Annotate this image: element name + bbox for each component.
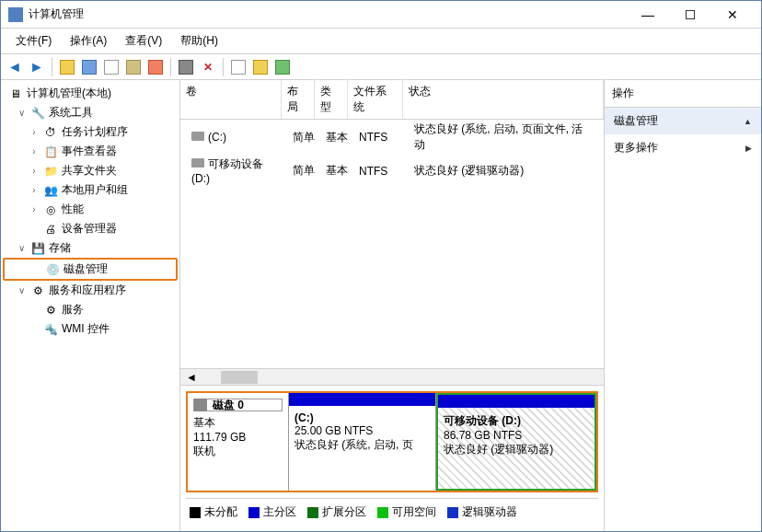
toolbar-icon-5[interactable] — [145, 57, 166, 77]
close-button[interactable]: ✕ — [711, 2, 754, 28]
toolbar-delete-icon[interactable]: ✕ — [198, 57, 218, 77]
legend: 未分配 主分区 扩展分区 可用空间 逻辑驱动器 — [186, 498, 598, 526]
users-icon: 👥 — [43, 183, 58, 198]
toolbar: ◄ ► ✕ — [1, 54, 761, 80]
expander-icon[interactable]: › — [29, 146, 40, 156]
menu-file[interactable]: 文件(F) — [6, 30, 61, 52]
tree-disk-management[interactable]: 💿磁盘管理 — [3, 258, 178, 281]
volume-list-header: 卷 布局 类型 文件系统 状态 — [180, 80, 604, 120]
toolbar-icon-2[interactable] — [79, 57, 99, 77]
computer-icon: 🖥 — [8, 87, 23, 101]
back-button[interactable]: ◄ — [5, 57, 25, 77]
disk-info[interactable]: 磁盘 0 基本 111.79 GB 联机 — [188, 393, 289, 491]
wrench-icon: 🔧 — [30, 106, 45, 121]
app-icon — [8, 7, 23, 22]
partition-header-bar — [438, 395, 595, 408]
gear-icon: ⚙ — [43, 303, 58, 318]
menu-help[interactable]: 帮助(H) — [171, 30, 227, 52]
legend-logical: 逻辑驱动器 — [447, 504, 517, 520]
expander-icon[interactable]: ∨ — [16, 108, 27, 118]
expander-icon[interactable]: › — [29, 204, 40, 214]
tree-event-viewer[interactable]: ›📋事件查看器 — [3, 142, 178, 161]
storage-icon: 💾 — [30, 241, 45, 256]
tree-panel: 🖥计算机管理(本地) ∨🔧系统工具 ›⏱任务计划程序 ›📋事件查看器 ›📁共享文… — [1, 80, 180, 531]
legend-free: 可用空间 — [377, 504, 436, 520]
toolbar-icon-9[interactable] — [272, 57, 293, 77]
tree-storage[interactable]: ∨💾存储 — [3, 238, 178, 258]
minimize-button[interactable]: — — [627, 2, 669, 28]
partition-header-bar — [289, 393, 435, 406]
device-icon: 🖨 — [43, 222, 58, 237]
clock-icon: ⏱ — [43, 125, 58, 140]
expander-icon[interactable]: › — [29, 127, 40, 137]
expander-icon[interactable]: ∨ — [16, 285, 27, 295]
tree-root[interactable]: 🖥计算机管理(本地) — [3, 84, 178, 103]
col-type[interactable]: 类型 — [315, 80, 348, 119]
menubar: 文件(F) 操作(A) 查看(V) 帮助(H) — [1, 29, 761, 54]
tree-services-apps[interactable]: ∨⚙服务和应用程序 — [3, 281, 178, 300]
partition-d[interactable]: 可移动设备 (D:) 86.78 GB NTFS 状态良好 (逻辑驱动器) — [436, 393, 596, 491]
expander-icon[interactable]: › — [29, 166, 40, 176]
toolbar-icon-7[interactable] — [228, 57, 248, 77]
action-disk-management[interactable]: 磁盘管理 ▲ — [605, 108, 761, 134]
actions-header: 操作 — [605, 80, 761, 108]
tree-device-manager[interactable]: 🖨设备管理器 — [3, 219, 178, 238]
volume-list: (C:) 简单 基本 NTFS 状态良好 (系统, 启动, 页面文件, 活动 可… — [180, 120, 604, 187]
toolbar-icon-3[interactable] — [101, 57, 121, 77]
tree-system-tools[interactable]: ∨🔧系统工具 — [3, 103, 178, 122]
col-layout[interactable]: 布局 — [282, 80, 315, 119]
menu-view[interactable]: 查看(V) — [116, 30, 171, 52]
volume-row[interactable]: (C:) 简单 基本 NTFS 状态良好 (系统, 启动, 页面文件, 活动 — [180, 120, 604, 155]
col-volume[interactable]: 卷 — [180, 80, 282, 119]
menu-action[interactable]: 操作(A) — [61, 30, 116, 52]
legend-unallocated: 未分配 — [190, 504, 237, 520]
tree-shared-folders[interactable]: ›📁共享文件夹 — [3, 161, 178, 180]
tree-performance[interactable]: ›◎性能 — [3, 200, 178, 219]
disk-row: 磁盘 0 基本 111.79 GB 联机 (C:) 25.00 GB NTFS … — [186, 391, 598, 492]
maximize-button[interactable] — [669, 2, 711, 28]
toolbar-icon-4[interactable] — [123, 57, 144, 77]
expander-icon[interactable]: › — [29, 185, 40, 195]
col-status[interactable]: 状态 — [403, 80, 604, 119]
folder-icon: 📁 — [43, 164, 58, 179]
center-panel: 卷 布局 类型 文件系统 状态 (C:) 简单 基本 NTFS 状态良好 (系统… — [180, 80, 605, 531]
services-icon: ⚙ — [30, 283, 45, 298]
disk-icon: 💿 — [45, 262, 60, 277]
expander-icon[interactable]: ∨ — [16, 243, 27, 253]
app-window: 计算机管理 — ✕ 文件(F) 操作(A) 查看(V) 帮助(H) ◄ ► ✕ … — [0, 0, 762, 532]
col-filesystem[interactable]: 文件系统 — [348, 80, 403, 119]
actions-panel: 操作 磁盘管理 ▲ 更多操作 ▶ — [605, 80, 761, 531]
tree-local-users[interactable]: ›👥本地用户和组 — [3, 180, 178, 200]
forward-button[interactable]: ► — [27, 57, 47, 77]
legend-primary: 主分区 — [248, 504, 296, 520]
title-text: 计算机管理 — [29, 6, 627, 22]
tree-services[interactable]: ⚙服务 — [3, 300, 178, 319]
horizontal-scrollbar[interactable]: ◄ — [180, 368, 604, 385]
toolbar-icon-8[interactable] — [250, 57, 271, 77]
titlebar: 计算机管理 — ✕ — [1, 1, 761, 29]
tree-wmi[interactable]: 🔩WMI 控件 — [3, 319, 178, 339]
action-more[interactable]: 更多操作 ▶ — [605, 134, 761, 161]
toolbar-icon-1[interactable] — [57, 57, 77, 77]
wmi-icon: 🔩 — [43, 322, 58, 337]
perf-icon: ◎ — [43, 202, 58, 217]
partition-c[interactable]: (C:) 25.00 GB NTFS 状态良好 (系统, 启动, 页 — [289, 393, 436, 491]
toolbar-icon-6[interactable] — [176, 57, 196, 77]
collapse-icon: ▲ — [744, 117, 752, 126]
legend-extended: 扩展分区 — [307, 504, 366, 520]
submenu-icon: ▶ — [745, 144, 752, 153]
drive-icon — [191, 132, 204, 141]
volume-list-spacer — [180, 187, 604, 368]
event-icon: 📋 — [43, 145, 58, 159]
drive-icon — [191, 158, 204, 168]
disk-icon — [194, 399, 207, 411]
disk-graphic-panel: 磁盘 0 基本 111.79 GB 联机 (C:) 25.00 GB NTFS … — [180, 385, 604, 531]
body: 🖥计算机管理(本地) ∨🔧系统工具 ›⏱任务计划程序 ›📋事件查看器 ›📁共享文… — [1, 80, 761, 531]
tree-task-scheduler[interactable]: ›⏱任务计划程序 — [3, 122, 178, 142]
volume-row[interactable]: 可移动设备 (D:) 简单 基本 NTFS 状态良好 (逻辑驱动器) — [180, 155, 604, 187]
